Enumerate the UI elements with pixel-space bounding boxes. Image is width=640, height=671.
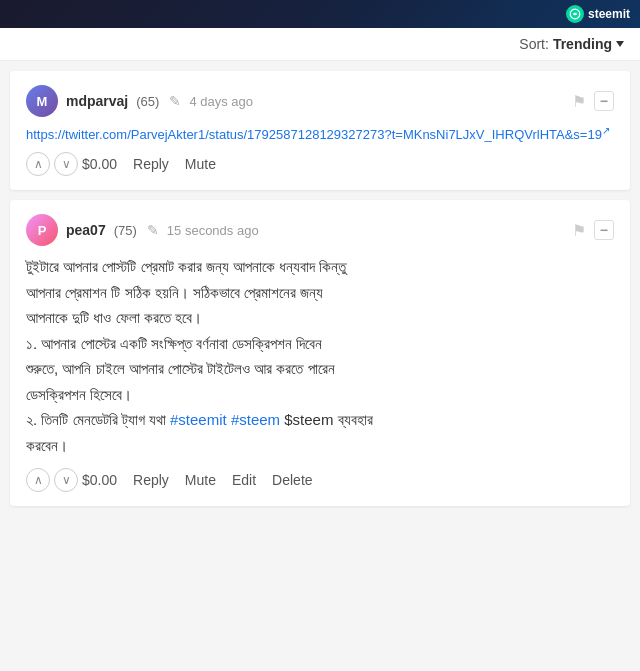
comment-actions-1: ∧ ∨ $0.00 Reply Mute (26, 152, 614, 176)
mute-btn-2[interactable]: Mute (185, 472, 216, 488)
flag-icon-1[interactable]: ⚑ (572, 92, 586, 111)
edit-icon-1[interactable]: ✎ (169, 93, 181, 109)
vote-amount-2: $0.00 (82, 472, 117, 488)
comment-card-2: P pea07 (75) ✎ 15 seconds ago ⚑ − টুইটার… (10, 200, 630, 506)
steemit-logo: steemit (566, 5, 630, 23)
avatar-2: P (26, 214, 58, 246)
delete-btn-2[interactable]: Delete (272, 472, 312, 488)
username-2[interactable]: pea07 (66, 222, 106, 238)
steemit-logo-icon (566, 5, 584, 23)
hashtag-steemit[interactable]: #steemit (170, 411, 227, 428)
sort-dropdown[interactable]: Trending (553, 36, 624, 52)
username-1[interactable]: mdparvaj (66, 93, 128, 109)
collapse-btn-1[interactable]: − (594, 91, 614, 111)
comment-header-1: M mdparvaj (65) ✎ 4 days ago ⚑ − (26, 85, 614, 117)
comment-header-right-1: ⚑ − (572, 91, 614, 111)
edit-btn-2[interactable]: Edit (232, 472, 256, 488)
sort-bar: Sort: Trending (0, 28, 640, 61)
external-link-icon-1: ↗ (602, 125, 610, 136)
comment-actions-2: ∧ ∨ $0.00 Reply Mute Edit Delete (26, 468, 614, 492)
edit-icon-2[interactable]: ✎ (147, 222, 159, 238)
comment-header-right-2: ⚑ − (572, 220, 614, 240)
steemit-logo-text: steemit (588, 7, 630, 21)
reply-btn-2[interactable]: Reply (133, 472, 169, 488)
reputation-1: (65) (136, 94, 159, 109)
hashtag-steem[interactable]: #steem (227, 411, 280, 428)
vote-amount-1: $0.00 (82, 156, 117, 172)
sort-label: Sort: (519, 36, 549, 52)
comment-header-left-1: M mdparvaj (65) ✎ 4 days ago (26, 85, 253, 117)
sort-chevron-icon (616, 41, 624, 47)
comment-body-text-2: টুইটারে আপনার পোস্টটি প্রেমাট করার জন্য … (26, 258, 373, 454)
upvote-btn-2[interactable]: ∧ (26, 468, 50, 492)
sort-value-text: Trending (553, 36, 612, 52)
reputation-2: (75) (114, 223, 137, 238)
timestamp-1: 4 days ago (189, 94, 253, 109)
comment-link-1[interactable]: https://twitter.com/ParvejAkter1/status/… (26, 125, 614, 142)
collapse-btn-2[interactable]: − (594, 220, 614, 240)
comment-header-2: P pea07 (75) ✎ 15 seconds ago ⚑ − (26, 214, 614, 246)
mute-btn-1[interactable]: Mute (185, 156, 216, 172)
avatar-1: M (26, 85, 58, 117)
downvote-btn-2[interactable]: ∨ (54, 468, 78, 492)
top-banner: steemit (0, 0, 640, 28)
flag-icon-2[interactable]: ⚑ (572, 221, 586, 240)
vote-controls-2: ∧ ∨ $0.00 (26, 468, 117, 492)
comment-link-text-1: https://twitter.com/ParvejAkter1/status/… (26, 127, 602, 142)
comment-header-left-2: P pea07 (75) ✎ 15 seconds ago (26, 214, 259, 246)
comment-card-1: M mdparvaj (65) ✎ 4 days ago ⚑ − https:/… (10, 71, 630, 190)
reply-btn-1[interactable]: Reply (133, 156, 169, 172)
vote-controls-1: ∧ ∨ $0.00 (26, 152, 117, 176)
downvote-btn-1[interactable]: ∨ (54, 152, 78, 176)
timestamp-2: 15 seconds ago (167, 223, 259, 238)
comment-body-2: টুইটারে আপনার পোস্টটি প্রেমাট করার জন্য … (26, 254, 614, 458)
upvote-btn-1[interactable]: ∧ (26, 152, 50, 176)
